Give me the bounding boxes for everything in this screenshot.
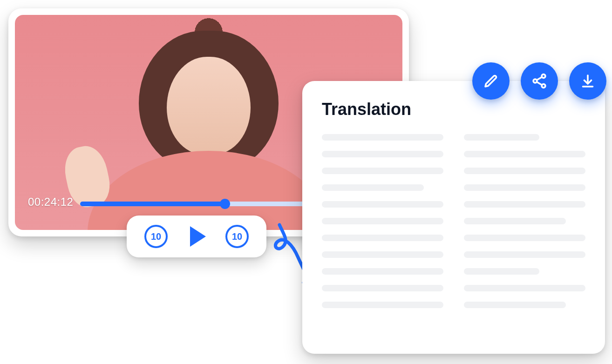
translation-line [464, 251, 585, 258]
translation-line [322, 218, 443, 224]
pencil-icon [483, 73, 499, 89]
rewind-10-label: 10 [151, 231, 161, 242]
scrub-progress-fill [80, 202, 225, 206]
translation-line [464, 268, 539, 275]
download-icon [579, 73, 596, 89]
share-icon [531, 73, 548, 89]
playback-controls: 10 10 [127, 216, 266, 257]
translation-line [322, 168, 443, 174]
translation-panel: Translation [302, 81, 605, 354]
forward-10-label: 10 [232, 231, 242, 242]
translation-line [464, 134, 539, 141]
action-button-row [472, 62, 606, 100]
translation-line [322, 302, 443, 308]
translation-line [322, 201, 443, 208]
play-icon [190, 226, 206, 247]
translation-line [322, 134, 443, 141]
translation-line [322, 235, 443, 241]
video-timestamp: 00:24:12 [28, 195, 73, 209]
scrub-thumb[interactable] [220, 199, 230, 209]
translation-line [464, 285, 585, 291]
translation-line [322, 285, 443, 291]
translation-body [322, 134, 585, 308]
translation-line [464, 168, 585, 174]
translation-line [464, 302, 566, 308]
translation-line [322, 268, 443, 275]
download-button[interactable] [569, 62, 606, 100]
translation-line [464, 184, 585, 191]
rewind-10-button[interactable]: 10 [144, 225, 168, 248]
translation-line [464, 235, 585, 241]
svg-line-3 [537, 77, 542, 80]
forward-10-button[interactable]: 10 [225, 225, 249, 248]
subject-face [167, 57, 251, 155]
share-button[interactable] [521, 62, 558, 100]
translation-line [464, 201, 585, 208]
edit-button[interactable] [472, 62, 510, 100]
translation-line [464, 218, 566, 224]
play-button[interactable] [184, 223, 210, 249]
translation-line [322, 251, 443, 258]
translation-line [322, 151, 443, 157]
translation-title: Translation [322, 100, 585, 119]
translation-line [322, 184, 424, 191]
translation-line [464, 151, 585, 157]
svg-line-4 [537, 82, 542, 85]
